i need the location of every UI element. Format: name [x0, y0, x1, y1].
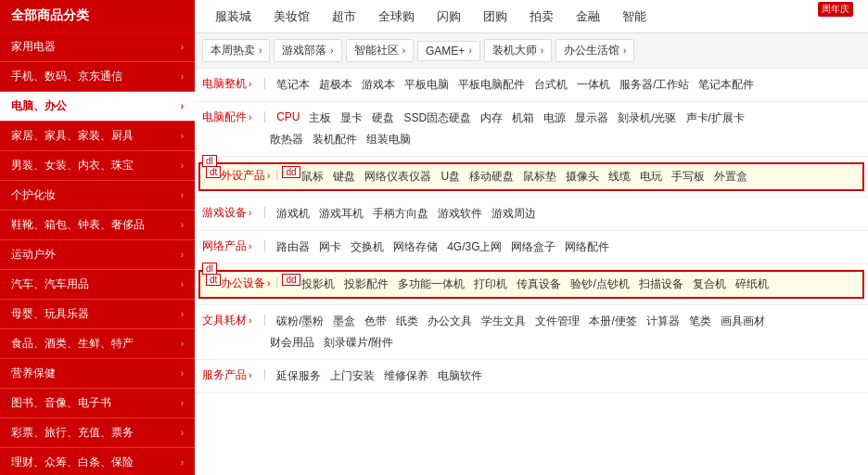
sidebar-item-6[interactable]: 鞋靴、箱包、钟表、奢侈品 › [0, 211, 195, 240]
cat-link[interactable]: 笔记本配件 [694, 76, 759, 94]
sidebar-item-0[interactable]: 家用电器 › [0, 32, 195, 62]
nav-fuzhuangcheng[interactable]: 服装城 [204, 0, 262, 33]
sidebar-item-11[interactable]: 营养保健 › [0, 359, 195, 389]
cat-link[interactable]: 维修保养 [379, 367, 433, 385]
sidebar-item-12[interactable]: 图书、音像、电子书 › [0, 389, 195, 418]
cat-link[interactable]: 笔记本 [272, 76, 314, 94]
cat-link[interactable]: 电脑软件 [433, 367, 487, 385]
cat-link[interactable]: 延保服务 [272, 367, 326, 385]
cat-link[interactable]: 本册/便签 [584, 313, 641, 330]
cat-link[interactable]: 游戏机 [272, 205, 314, 223]
cat-link[interactable]: 刻录机/光驱 [613, 109, 681, 127]
nav-quanqiugou[interactable]: 全球购 [367, 0, 426, 33]
nav-meizhuang[interactable]: 美妆馆 [262, 0, 321, 33]
cat-link[interactable]: 笔类 [684, 313, 716, 330]
cat-link[interactable]: 扫描设备 [634, 276, 688, 293]
cat-link[interactable]: 鼠标 [297, 168, 328, 186]
cat-link[interactable]: 线缆 [604, 168, 635, 186]
cat-link[interactable]: SSD固态硬盘 [399, 109, 476, 127]
cat-link[interactable]: 网络仪表仪器 [360, 168, 436, 186]
cat-link[interactable]: 超极本 [314, 76, 357, 94]
cat-link-cpu[interactable]: CPU [272, 109, 304, 127]
cat-link[interactable]: 打印机 [469, 276, 512, 293]
nav-chaoshi[interactable]: 超市 [321, 0, 367, 33]
cat-link[interactable]: 平板电脑配件 [453, 76, 530, 94]
cat-link[interactable]: 电玩 [635, 168, 667, 186]
cat-link[interactable]: 主板 [304, 109, 336, 127]
subnav-btn-5[interactable]: 办公生活馆 › [555, 39, 634, 62]
sidebar-item-13[interactable]: 彩票、旅行、充值、票务 › [0, 418, 195, 448]
cat-link[interactable]: 投影配件 [339, 276, 393, 293]
cat-link[interactable]: 财会用品 [265, 334, 319, 352]
cat-link[interactable]: 计算器 [642, 313, 684, 330]
cat-link[interactable]: 电源 [539, 109, 570, 127]
cat-link[interactable]: 交换机 [346, 238, 389, 256]
cat-link[interactable]: 游戏软件 [433, 205, 487, 223]
cat-link[interactable]: 网络盒子 [506, 238, 560, 256]
cat-link[interactable]: U盘 [436, 168, 465, 186]
cat-link[interactable]: 散热器 [265, 131, 308, 148]
sidebar-item-7[interactable]: 运动户外 › [0, 240, 195, 270]
sidebar-item-4[interactable]: 男装、女装、内衣、珠宝 › [0, 151, 195, 181]
sidebar-item-8[interactable]: 汽车、汽车用品 › [0, 270, 195, 300]
nav-tuangou[interactable]: 团购 [472, 0, 518, 33]
cat-link[interactable]: 传真设备 [512, 276, 566, 293]
cat-link[interactable]: 4G/3G上网 [442, 238, 506, 256]
cat-link[interactable]: 装机配件 [308, 131, 362, 148]
sidebar-item-1[interactable]: 手机、数码、京东通信 › [0, 62, 195, 92]
cat-link[interactable]: 多功能一体机 [393, 276, 469, 293]
cat-link[interactable]: 复合机 [688, 276, 731, 293]
cat-link[interactable]: 游戏本 [357, 76, 400, 94]
sidebar-item-5[interactable]: 个护化妆 › [0, 181, 195, 211]
cat-link[interactable]: 手写板 [667, 168, 709, 186]
subnav-btn-4[interactable]: 装机大师 › [484, 39, 552, 62]
nav-pamai[interactable]: 拍卖 [518, 0, 565, 33]
sidebar-item-10[interactable]: 食品、酒类、生鲜、特产 › [0, 329, 195, 359]
cat-link[interactable]: 鼠标垫 [518, 168, 561, 186]
cat-link[interactable]: 键盘 [328, 168, 360, 186]
cat-link[interactable]: 画具画材 [716, 313, 770, 330]
cat-link[interactable]: 投影机 [297, 276, 339, 293]
cat-link[interactable]: 声卡/扩展卡 [682, 109, 749, 127]
cat-link[interactable]: 显卡 [336, 109, 367, 127]
cat-link[interactable]: 碳粉/墨粉 [272, 313, 328, 330]
subnav-btn-3[interactable]: GAME+ › [417, 41, 480, 61]
cat-link[interactable]: 游戏耳机 [314, 205, 368, 223]
cat-link[interactable]: 刻录碟片/附件 [319, 334, 398, 352]
subnav-btn-1[interactable]: 游戏部落 › [274, 39, 341, 62]
sidebar-item-9[interactable]: 母婴、玩具乐器 › [0, 300, 195, 329]
cat-link[interactable]: 手柄方向盘 [368, 205, 433, 223]
sidebar-item-2[interactable]: 电脑、办公 › [0, 92, 195, 122]
subnav-btn-2[interactable]: 智能社区 › [346, 39, 414, 62]
cat-link[interactable]: 平板电脑 [400, 76, 453, 94]
subnav-btn-0[interactable]: 本周热卖 › [202, 39, 270, 62]
cat-link[interactable]: 办公文具 [423, 313, 477, 330]
cat-link[interactable]: 文件管理 [530, 313, 584, 330]
cat-link[interactable]: 学生文具 [477, 313, 530, 330]
cat-link[interactable]: 摄像头 [561, 168, 604, 186]
cat-link[interactable]: 机箱 [507, 109, 539, 127]
cat-link[interactable]: 游戏周边 [487, 205, 541, 223]
cat-link[interactable]: 一体机 [572, 76, 615, 94]
nav-shangou[interactable]: 闪购 [426, 0, 472, 33]
cat-link[interactable]: 网络配件 [560, 238, 614, 256]
cat-link[interactable]: 碎纸机 [731, 276, 773, 293]
cat-link[interactable]: 外置盒 [709, 168, 752, 186]
cat-link[interactable]: 台式机 [530, 76, 572, 94]
nav-zhineng[interactable]: 智能 [611, 0, 657, 33]
cat-link[interactable]: 移动硬盘 [465, 168, 518, 186]
cat-link[interactable]: 组装电脑 [362, 131, 415, 148]
cat-link[interactable]: 服务器/工作站 [615, 76, 694, 94]
cat-link[interactable]: 网络存储 [389, 238, 442, 256]
cat-link[interactable]: 上门安装 [326, 367, 379, 385]
cat-link[interactable]: 色带 [360, 313, 391, 330]
cat-link[interactable]: 显示器 [570, 109, 613, 127]
cat-link[interactable]: 网卡 [314, 238, 346, 256]
cat-link[interactable]: 验钞/点钞机 [566, 276, 633, 293]
cat-link[interactable]: 内存 [476, 109, 507, 127]
cat-link[interactable]: 路由器 [272, 238, 314, 256]
nav-jinrong[interactable]: 金融 [565, 0, 611, 33]
cat-link[interactable]: 墨盒 [328, 313, 360, 330]
sidebar-item-14[interactable]: 理财、众筹、白条、保险 › [0, 448, 195, 475]
cat-link[interactable]: 硬盘 [367, 109, 399, 127]
